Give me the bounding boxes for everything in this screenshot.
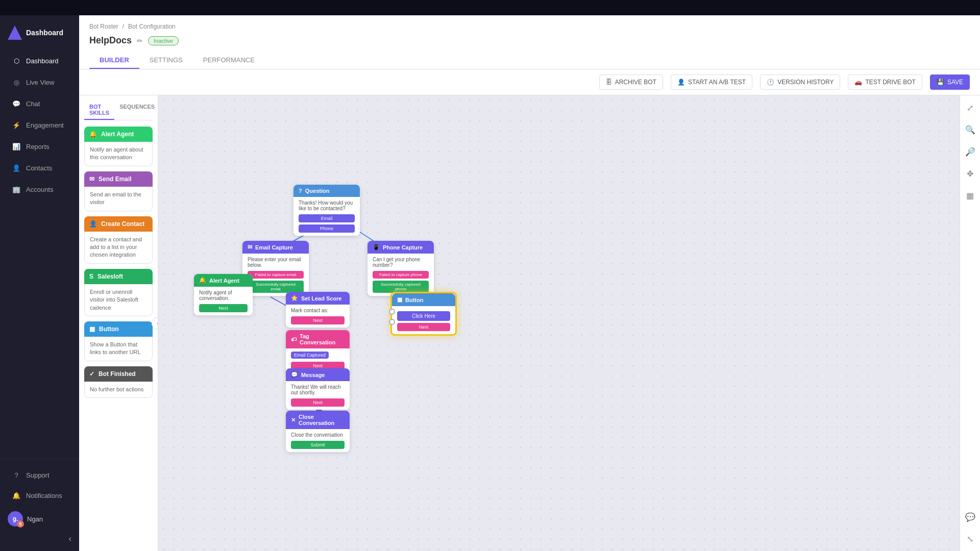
collapse-right-icon[interactable]: ⤡ bbox=[963, 532, 977, 546]
node-button-highlighted[interactable]: ▦ Button Click Here Next bbox=[390, 292, 457, 336]
button-node-cta[interactable]: Click Here bbox=[397, 311, 450, 321]
archive-bot-button[interactable]: 🗄 ARCHIVE BOT bbox=[599, 74, 663, 90]
node-alert-btn[interactable]: Next bbox=[199, 304, 248, 312]
sidebar-user[interactable]: g. 5 Ngan bbox=[0, 506, 79, 532]
node-question-btn2[interactable]: Phone bbox=[299, 224, 355, 233]
skill-salesloft-icon: S bbox=[89, 273, 93, 280]
node-close-conversation[interactable]: ✕ Close Conversation Close the conversat… bbox=[286, 411, 350, 452]
save-icon: 💾 bbox=[937, 79, 944, 86]
skill-alert-icon: 🔔 bbox=[89, 131, 97, 138]
tab-performance[interactable]: PERFORMANCE bbox=[193, 52, 265, 69]
node-tag-conversation[interactable]: 🏷 Tag Conversation Email Captured Next bbox=[286, 330, 350, 373]
skill-button-body: Show a Button that links to another URL bbox=[84, 337, 153, 361]
tab-settings[interactable]: SETTINGS bbox=[139, 52, 193, 69]
node-email-btn1[interactable]: Failed to capture email bbox=[248, 271, 304, 279]
node-close-btn[interactable]: Submit bbox=[291, 441, 345, 449]
grid-icon[interactable]: ▦ bbox=[963, 188, 977, 203]
sidebar-label-dashboard: Dashboard bbox=[26, 57, 59, 65]
skill-finished-name: Bot Finished bbox=[99, 370, 136, 378]
node-set-lead-score[interactable]: ⭐ Set Lead Score Mark contact as: Next bbox=[286, 292, 350, 328]
skill-card-send-email[interactable]: ✉ Send Email Send an email to the visito… bbox=[84, 171, 153, 211]
skill-card-button[interactable]: ▦ Button Show a Button that links to ano… bbox=[84, 321, 153, 361]
skill-card-alert-agent[interactable]: 🔔 Alert Agent Notify an agent about this… bbox=[84, 127, 153, 166]
sidebar-label-reports: Reports bbox=[26, 143, 50, 151]
test-drive-button[interactable]: 🚗 TEST DRIVE BOT bbox=[848, 74, 922, 90]
zoom-in-icon[interactable]: 🔍 bbox=[963, 122, 977, 137]
node-alert-header: 🔔 Alert Agent bbox=[194, 274, 253, 287]
sidebar-item-chat[interactable]: 💬 Chat bbox=[4, 94, 75, 113]
ab-test-button[interactable]: 👤 START AN A/B TEST bbox=[671, 74, 752, 90]
node-email-btn2[interactable]: Successfully captured email bbox=[248, 281, 304, 293]
node-question-header: ? Question bbox=[293, 185, 360, 197]
sidebar-item-accounts[interactable]: 🏢 Accounts bbox=[4, 180, 75, 199]
node-lead-btn[interactable]: Next bbox=[291, 316, 345, 324]
skill-email-desc: Send an email to the visitor bbox=[90, 191, 141, 205]
sidebar-item-notifications[interactable]: 🔔 Notifications bbox=[4, 486, 75, 505]
accounts-icon: 🏢 bbox=[12, 185, 21, 194]
header: Bot Roster / Bot Configuration HelpDocs … bbox=[79, 15, 980, 69]
sidebar-label-contacts: Contacts bbox=[26, 164, 52, 172]
skill-card-salesloft[interactable]: S Salesloft Enroll or unenroll visitor i… bbox=[84, 269, 153, 316]
node-message-btn[interactable]: Next bbox=[291, 398, 345, 407]
flow-connectors bbox=[158, 95, 960, 551]
email-capture-icon: ✉ bbox=[248, 244, 252, 251]
breadcrumb: Bot Roster / Bot Configuration bbox=[89, 23, 970, 30]
node-phone-btn2[interactable]: Successfully captured phone bbox=[373, 281, 429, 293]
skill-contact-icon: 👤 bbox=[89, 220, 97, 228]
close-conv-icon: ✕ bbox=[291, 417, 296, 423]
app-container: Dashboard ⬡ Dashboard ◎ Live View 💬 Chat… bbox=[0, 15, 980, 551]
sidebar-collapse-btn[interactable]: ‹ bbox=[0, 532, 79, 546]
skill-salesloft-header: S Salesloft bbox=[84, 269, 153, 284]
node-lead-header: ⭐ Set Lead Score bbox=[286, 292, 350, 305]
skill-button-desc: Show a Button that links to another URL bbox=[90, 341, 141, 355]
tab-builder[interactable]: BUILDER bbox=[89, 52, 139, 69]
node-phone-header: 📱 Phone Capture bbox=[368, 241, 434, 254]
node-button-next[interactable]: Next bbox=[397, 323, 450, 331]
phone-capture-icon: 📱 bbox=[373, 244, 380, 251]
sidebar-item-reports[interactable]: 📊 Reports bbox=[4, 137, 75, 156]
sidebar: Dashboard ⬡ Dashboard ◎ Live View 💬 Chat… bbox=[0, 15, 79, 551]
node-question[interactable]: ? Question Thanks! How would you like to… bbox=[293, 185, 360, 236]
reports-icon: 📊 bbox=[12, 142, 21, 151]
node-close-title: Close Conversation bbox=[299, 414, 345, 426]
node-phone-btn1[interactable]: Failed to capture phone bbox=[373, 271, 429, 279]
breadcrumb-current: Bot Configuration bbox=[128, 23, 176, 30]
sidebar-item-dashboard[interactable]: ⬡ Dashboard bbox=[4, 51, 75, 70]
sidebar-item-engagement[interactable]: ⚡ Engagement bbox=[4, 115, 75, 135]
skill-button-icon: ▦ bbox=[89, 325, 95, 333]
version-history-button[interactable]: 🕐 VERSION HISTORY bbox=[760, 74, 840, 90]
panel-tab-bot-skills[interactable]: BOT SKILLS bbox=[84, 101, 114, 120]
panel-tab-sequences[interactable]: SEQUENCES bbox=[114, 101, 158, 120]
node-question-btn1[interactable]: Email bbox=[299, 214, 355, 222]
node-phone-capture[interactable]: 📱 Phone Capture Can I get your phone num… bbox=[368, 241, 434, 296]
sidebar-label-accounts: Accounts bbox=[26, 186, 53, 193]
skill-alert-name: Alert Agent bbox=[101, 131, 134, 138]
main-content: Bot Roster / Bot Configuration HelpDocs … bbox=[79, 15, 980, 551]
skill-card-create-contact[interactable]: 👤 Create Contact Create a contact and ad… bbox=[84, 216, 153, 264]
sidebar-label-support: Support bbox=[26, 471, 50, 479]
node-message[interactable]: 💬 Message Thanks! We will reach out shor… bbox=[286, 368, 350, 410]
zoom-out-icon[interactable]: 🔎 bbox=[963, 144, 977, 159]
chat-right-icon[interactable]: 💬 bbox=[963, 510, 977, 524]
save-button[interactable]: 💾 SAVE bbox=[930, 74, 970, 90]
expand-icon[interactable]: ⤢ bbox=[963, 101, 977, 115]
skill-email-icon: ✉ bbox=[89, 176, 94, 183]
sidebar-item-support[interactable]: ? Support bbox=[4, 465, 75, 485]
breadcrumb-parent[interactable]: Bot Roster bbox=[89, 23, 118, 30]
skill-salesloft-body: Enroll or unenroll visitor into Saleslof… bbox=[84, 284, 153, 316]
node-question-title: Question bbox=[305, 188, 330, 194]
sidebar-logo[interactable]: Dashboard bbox=[0, 20, 79, 50]
button-node-icon: ▦ bbox=[397, 296, 402, 303]
logo-icon bbox=[8, 26, 22, 40]
sidebar-item-contacts[interactable]: 👤 Contacts bbox=[4, 158, 75, 178]
flow-canvas[interactable]: ? Question Thanks! How would you like to… bbox=[158, 95, 960, 551]
sidebar-item-live-view[interactable]: ◎ Live View bbox=[4, 72, 75, 92]
node-alert-agent[interactable]: 🔔 Alert Agent Notify agent of conversati… bbox=[194, 274, 253, 315]
toolbar: 🗄 ARCHIVE BOT 👤 START AN A/B TEST 🕐 VERS… bbox=[79, 69, 980, 95]
skill-card-bot-finished[interactable]: ✓ Bot Finished No further bot actions bbox=[84, 366, 153, 398]
move-icon[interactable]: ✥ bbox=[963, 166, 977, 181]
node-button-title: Button bbox=[405, 297, 423, 303]
skill-alert-body: Notify an agent about this conversation bbox=[84, 142, 153, 166]
sidebar-logo-text: Dashboard bbox=[26, 29, 63, 37]
edit-bot-name-icon[interactable]: ✏ bbox=[137, 37, 143, 45]
